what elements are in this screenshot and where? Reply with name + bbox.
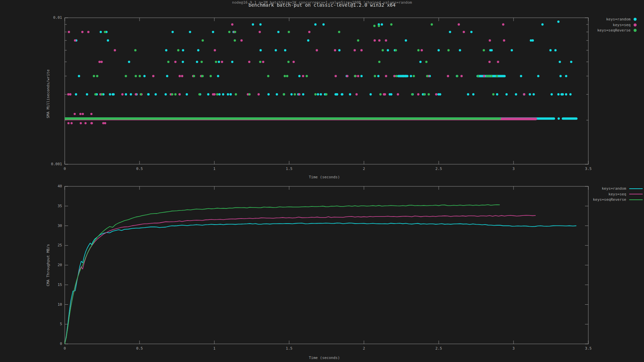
line-series-layer	[65, 205, 576, 344]
legend-item-seq: keys=seq	[613, 22, 637, 27]
line-series-seqReverse	[65, 205, 500, 344]
x-tick-label: 3.5	[580, 167, 597, 171]
y-tick-label: 15	[35, 283, 62, 287]
x-tick-label: 2.5	[430, 167, 447, 171]
plot-border	[65, 186, 588, 344]
scatter-series-layer	[65, 20, 576, 124]
y-tick-label: 25	[35, 243, 62, 247]
y-tick-label: 5	[35, 322, 62, 326]
x-tick-label: 2	[356, 167, 372, 171]
legend-marker-line	[629, 188, 643, 189]
line-series-seq	[65, 216, 536, 344]
legend-item-random: keys=random	[606, 17, 637, 22]
legend-marker-dot	[634, 18, 637, 21]
legend-marker-line	[629, 199, 643, 200]
x-tick-label: 3	[505, 167, 522, 171]
x-tick-label: 1.5	[281, 167, 298, 171]
y-tick-label: 40	[35, 184, 62, 188]
legend-item-seq: keys=seq	[608, 192, 643, 197]
legend-item-seqReverse: keys=seqReverse	[597, 28, 637, 33]
scatter-x-axis-label: Time (seconds)	[309, 175, 340, 179]
x-tick-label: 0	[56, 167, 73, 171]
scatter-y-axis-label: SMA Milliseconds/write	[46, 69, 50, 118]
y-tick-label: 10	[35, 302, 62, 307]
legend-marker-dot	[634, 29, 637, 32]
y-tick-label: 35	[35, 204, 62, 208]
x-tick-label: 1	[206, 346, 223, 351]
line-series-random	[65, 223, 576, 344]
y-tick-label: 20	[35, 263, 62, 267]
legend-label: keys=random	[606, 17, 631, 22]
x-tick-label: 3	[505, 346, 522, 351]
line-x-axis-label: Time (seconds)	[309, 356, 340, 360]
legend-marker-dot	[634, 23, 637, 26]
x-tick-label: 0	[56, 346, 73, 351]
legend-label: keys=seq	[608, 192, 626, 197]
x-tick-label: 1.5	[281, 346, 298, 351]
legend-item-random: keys=random	[602, 186, 643, 191]
legend-label: keys=seq	[613, 22, 631, 27]
x-tick-label: 0.5	[131, 346, 148, 351]
x-tick-label: 1	[206, 167, 223, 171]
legend-item-seqReverse: keys=seqReverse	[593, 197, 643, 202]
x-tick-label: 2.5	[430, 346, 447, 351]
legend-label: keys=random	[602, 186, 626, 191]
plot-border	[65, 18, 588, 164]
legend-marker-line	[629, 194, 643, 194]
gnuplot-benchmark-image: { "page": { "bg": "#1b1b1b", "text_color…	[0, 0, 644, 362]
x-tick-label: 2	[356, 346, 372, 351]
x-tick-label: 0.5	[131, 167, 148, 171]
legend-label: keys=seqReverse	[593, 197, 626, 202]
y-tick-label: 0.01	[35, 15, 62, 20]
charts-svg	[0, 0, 644, 362]
x-tick-label: 3.5	[580, 346, 597, 351]
y-tick-label: 0.001	[35, 162, 62, 166]
legend-label: keys=seqReverse	[597, 28, 631, 33]
y-tick-label: 30	[35, 224, 62, 228]
y-tick-label: 0	[35, 342, 62, 346]
